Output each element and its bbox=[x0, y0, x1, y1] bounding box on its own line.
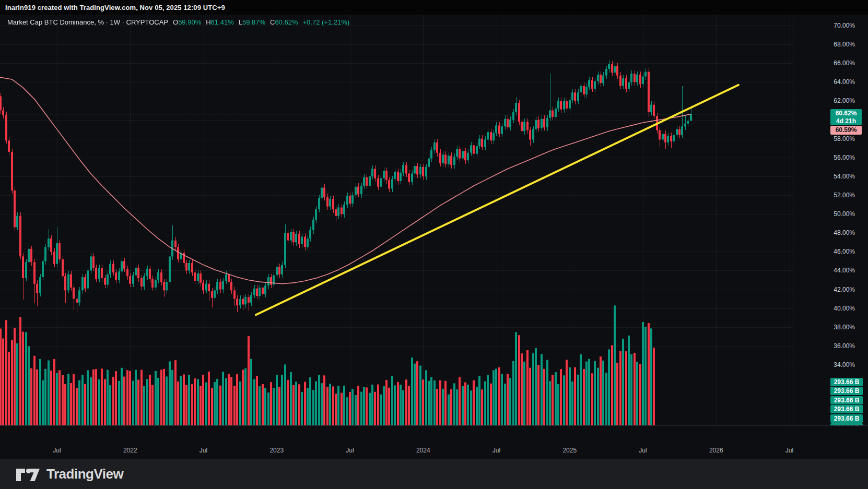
time-tick-label: 2024 bbox=[416, 447, 430, 454]
time-tick-label: Jul bbox=[346, 447, 354, 454]
time-tick-label: Jul bbox=[639, 447, 647, 454]
credit-bar: inarin919 created with TradingView.com, … bbox=[0, 0, 868, 15]
time-tick-label: 2026 bbox=[709, 447, 723, 454]
price-tick-label: 34.00% bbox=[834, 361, 855, 368]
volume-value-badge: 293.66 B bbox=[830, 387, 863, 395]
credit-text: inarin919 created with TradingView.com, … bbox=[0, 4, 225, 11]
price-tick-label: 36.00% bbox=[834, 342, 855, 350]
time-tick-label: Jul bbox=[53, 447, 61, 454]
legend-close: C60.62% bbox=[270, 18, 298, 26]
price-tick-label: 50.00% bbox=[834, 210, 855, 218]
time-tick-label: Jul bbox=[200, 447, 207, 454]
legend-change: +0.72 (+1.21%) bbox=[303, 18, 350, 26]
price-tick-label: 42.00% bbox=[834, 286, 855, 293]
price-tick-label: 64.00% bbox=[834, 78, 855, 86]
time-tick-label: 2025 bbox=[562, 447, 577, 454]
price-tick-label: 40.00% bbox=[834, 305, 855, 312]
legend-low: L59.87% bbox=[239, 18, 265, 26]
tradingview-logo-icon bbox=[15, 465, 41, 484]
footer-bar: TradingView bbox=[0, 459, 868, 489]
tradingview-logo[interactable]: TradingView bbox=[15, 465, 123, 484]
volume-value-badge: 293.66 B bbox=[830, 405, 863, 413]
price-tick-label: 38.00% bbox=[834, 324, 855, 331]
ma-value-badge: 60.59% bbox=[830, 126, 862, 135]
price-tick-label: 56.00% bbox=[834, 154, 855, 161]
time-tick-label: 2023 bbox=[269, 447, 284, 454]
price-tick-label: 52.00% bbox=[834, 192, 855, 199]
last-price-badge: 60.62% 4d 21h bbox=[830, 109, 862, 125]
price-tick-label: 54.00% bbox=[834, 173, 855, 180]
price-chart-canvas[interactable] bbox=[0, 15, 793, 425]
price-tick-label: 44.00% bbox=[834, 267, 855, 274]
price-scale[interactable]: 70.00%68.00%66.00%64.00%62.00%58.00%56.0… bbox=[793, 15, 868, 425]
legend-open: O59.90% bbox=[173, 18, 201, 26]
price-tick-label: 46.00% bbox=[834, 248, 855, 255]
bar-countdown: 4d 21h bbox=[830, 117, 862, 125]
time-tick-label: 2022 bbox=[123, 447, 137, 454]
price-tick-label: 68.00% bbox=[834, 41, 855, 48]
tradingview-logo-text: TradingView bbox=[46, 466, 123, 482]
price-tick-label: 48.00% bbox=[834, 229, 855, 236]
volume-value-badge: 293.66 B bbox=[830, 396, 863, 404]
price-tick-label: 70.00% bbox=[834, 22, 855, 29]
time-tick-label: Jul bbox=[785, 447, 793, 454]
volume-value-badge: 293.66 B bbox=[830, 414, 863, 423]
last-price-value: 60.62% bbox=[830, 110, 862, 117]
symbol-legend: Market Cap BTC Dominance, % · 1W · CRYPT… bbox=[7, 17, 349, 27]
tradingview-snapshot: inarin919 created with TradingView.com, … bbox=[0, 0, 868, 489]
time-tick-label: Jul bbox=[492, 447, 500, 454]
legend-high: H61.41% bbox=[206, 18, 233, 26]
volume-value-badge: 293.66 B bbox=[830, 378, 863, 386]
time-scale[interactable]: Jul2022Jul2023Jul2024Jul2025Jul2026Jul bbox=[0, 425, 868, 459]
price-tick-label: 62.00% bbox=[834, 97, 855, 104]
symbol-title[interactable]: Market Cap BTC Dominance, % · 1W · CRYPT… bbox=[7, 18, 168, 26]
price-tick-label: 58.00% bbox=[834, 135, 855, 142]
price-tick-label: 66.00% bbox=[834, 59, 855, 67]
